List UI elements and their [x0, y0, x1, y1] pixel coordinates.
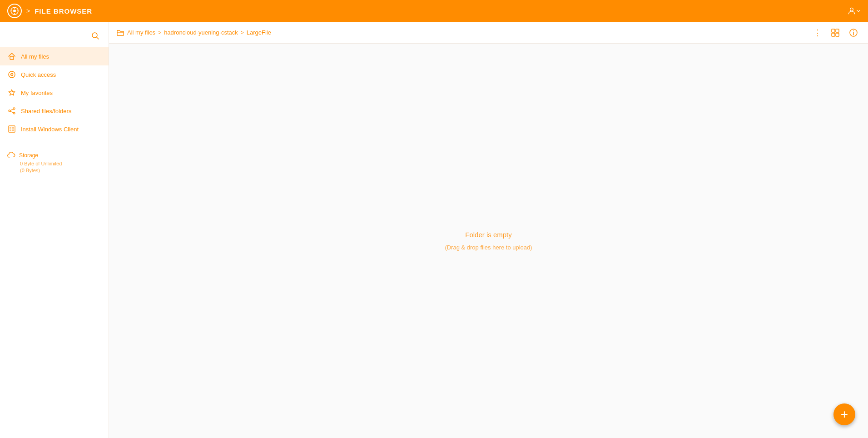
view-toggle-button[interactable] — [828, 26, 843, 39]
home-icon — [7, 52, 16, 61]
sidebar-search-area — [0, 27, 109, 47]
breadcrumb-current: LargeFile — [247, 29, 271, 36]
sidebar-item-all-my-files[interactable]: All my files — [0, 47, 109, 65]
cloud-icon — [7, 151, 15, 159]
info-icon — [849, 28, 858, 37]
header-right — [847, 4, 861, 18]
svg-rect-22 — [12, 129, 14, 131]
svg-rect-25 — [832, 29, 835, 32]
svg-rect-20 — [12, 127, 14, 129]
header-arrow: > — [26, 7, 30, 15]
breadcrumb-sep-1: > — [158, 30, 161, 36]
grid-view-icon — [831, 28, 840, 37]
empty-message: Folder is empty — [465, 231, 512, 239]
storage-section: Storage 0 Byte of Unlimited (0 Bytes) — [0, 146, 109, 179]
app-logo — [7, 4, 22, 18]
windows-icon — [7, 124, 16, 134]
breadcrumb-folder-icon — [116, 29, 124, 37]
sidebar-item-label: Install Windows Client — [21, 126, 79, 133]
empty-submessage: (Drag & drop files here to upload) — [445, 244, 532, 251]
svg-rect-26 — [836, 29, 839, 32]
sidebar-item-label: Shared files/folders — [21, 108, 71, 114]
sidebar-item-install-windows[interactable]: Install Windows Client — [0, 120, 109, 138]
svg-rect-19 — [10, 127, 11, 129]
svg-line-17 — [10, 111, 13, 113]
svg-point-31 — [853, 30, 854, 31]
svg-point-15 — [9, 110, 10, 112]
more-options-button[interactable]: ⋮ — [811, 26, 824, 40]
app-title: FILE BROWSER — [35, 7, 92, 15]
share-icon — [7, 106, 16, 115]
svg-point-1 — [13, 10, 16, 12]
svg-point-12 — [12, 75, 12, 75]
svg-point-14 — [13, 112, 15, 114]
upload-fab-button[interactable]: + — [833, 403, 855, 425]
main-content: All my files > hadroncloud-yuening-cstac… — [109, 22, 868, 438]
svg-line-16 — [10, 109, 13, 110]
app-header: > FILE BROWSER — [0, 0, 868, 22]
storage-label: Storage — [7, 151, 101, 159]
storage-detail-size: 0 Byte of Unlimited — [7, 161, 101, 166]
breadcrumb: All my files > hadroncloud-yuening-cstac… — [116, 29, 271, 37]
svg-rect-21 — [10, 129, 11, 131]
sidebar-item-label: My favorites — [21, 90, 53, 96]
breadcrumb-sep-2: > — [241, 30, 244, 36]
sidebar: All my files Quick access My favorites — [0, 22, 109, 438]
chevron-down-icon — [856, 8, 861, 14]
svg-rect-28 — [836, 33, 839, 36]
sidebar-item-label: Quick access — [21, 71, 56, 78]
sidebar-divider — [5, 142, 103, 142]
breadcrumb-folder-1[interactable]: hadroncloud-yuening-cstack — [164, 29, 238, 36]
sidebar-item-label: All my files — [21, 53, 49, 60]
search-button[interactable] — [89, 30, 101, 42]
quick-access-icon — [7, 70, 16, 79]
header-left: > FILE BROWSER — [7, 4, 92, 18]
sidebar-item-quick-access[interactable]: Quick access — [0, 65, 109, 84]
toolbar-right: ⋮ — [811, 26, 861, 40]
sidebar-item-my-favorites[interactable]: My favorites — [0, 84, 109, 102]
storage-detail-bytes: (0 Bytes) — [7, 168, 101, 173]
svg-line-8 — [97, 37, 99, 40]
main-layout: All my files Quick access My favorites — [0, 22, 868, 438]
star-icon — [7, 88, 16, 97]
svg-point-6 — [850, 8, 853, 11]
empty-state: Folder is empty (Drag & drop files here … — [109, 44, 868, 438]
svg-rect-9 — [10, 56, 14, 60]
svg-rect-27 — [832, 33, 835, 36]
svg-point-13 — [13, 108, 15, 110]
sidebar-item-shared-files[interactable]: Shared files/folders — [0, 102, 109, 120]
user-menu-button[interactable] — [847, 4, 861, 18]
breadcrumb-bar: All my files > hadroncloud-yuening-cstac… — [109, 22, 868, 44]
breadcrumb-root[interactable]: All my files — [127, 29, 155, 36]
info-button[interactable] — [846, 26, 861, 39]
